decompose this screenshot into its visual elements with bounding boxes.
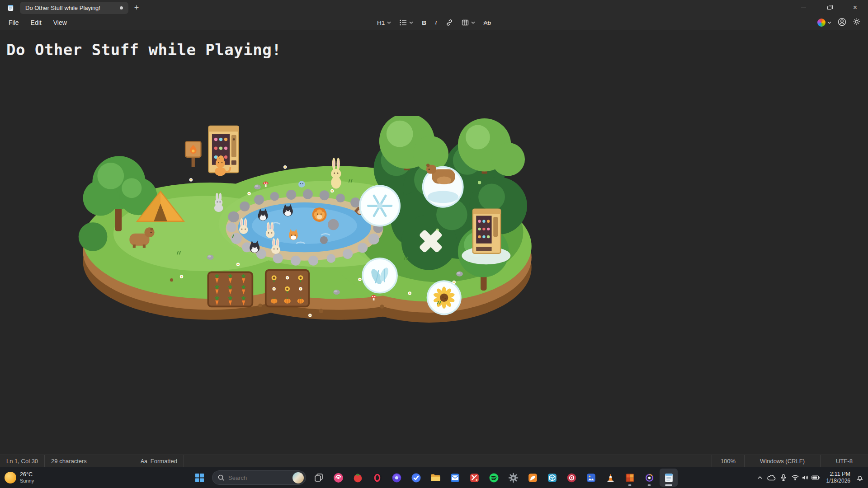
game-overlay[interactable] [72,116,537,338]
task-view-button[interactable] [310,469,328,487]
account-button[interactable] [838,18,846,28]
status-line-ending: Windows (CRLF) [744,455,820,467]
taskbar-icon-recorder[interactable] [640,469,658,487]
taskbar-center [190,469,678,487]
titlebar: Do Other Stuff while Playing! + × [0,0,868,15]
restore-icon [827,6,831,10]
cloud-icon [767,474,776,481]
campfire-sign [185,141,201,167]
start-button[interactable] [190,469,208,487]
taskbar-icon-purple-browser[interactable] [387,469,406,487]
status-char-count: 29 characters [45,455,134,467]
running-indicator [648,484,651,486]
bell-icon [856,474,863,481]
taskbar-icon-red-game[interactable] [465,469,483,487]
chevron-down-icon [827,21,831,24]
menu-view[interactable]: View [47,17,73,28]
bold-button[interactable]: B [418,17,430,28]
weather-widget[interactable]: 26°C Sunny [5,471,34,484]
copilot-icon [817,19,826,27]
system-tray: 2:11 PM 1/18/2026 [755,470,865,485]
running-indicator [628,484,632,486]
taskbar: 26°C Sunny [0,467,868,488]
heading-style-button[interactable]: H1 [373,17,395,28]
battery-icon [811,475,820,480]
bubble-leaf[interactable] [363,258,397,293]
status-cursor-position: Ln 1, Col 30 [0,455,45,467]
menu-bar: File Edit View H1 B I Ab [0,15,868,30]
taskbar-icon-settings-gear[interactable] [504,469,522,487]
document-heading[interactable]: Do Other Stuff while Playing! [0,31,868,59]
taskbar-icon-spotify[interactable] [485,469,503,487]
new-tab-button[interactable]: + [128,2,145,14]
bubble-sunflower[interactable] [427,281,461,314]
account-icon [838,18,846,26]
taskbar-icon-red-ring-game[interactable] [562,469,580,487]
taskbar-icon-mail[interactable] [446,469,464,487]
sun-icon [5,472,16,483]
taskbar-icon-opera-gx[interactable] [368,469,386,487]
taskbar-icon-teal-app[interactable] [543,469,561,487]
clear-formatting-button[interactable]: Ab [480,17,495,28]
menu-file[interactable]: File [3,17,25,28]
network-volume-battery-button[interactable] [789,473,822,483]
menu-edit[interactable]: Edit [25,17,47,28]
onedrive-button[interactable] [765,472,778,483]
volume-icon [802,475,808,480]
taskbar-icon-paint[interactable] [524,469,542,487]
format-toolbar: H1 B I Ab [373,15,495,30]
bunny-yellow[interactable] [331,158,341,189]
taskbar-icon-tomato-timer[interactable] [349,469,367,487]
gear-icon [853,18,861,26]
restore-button[interactable] [816,0,842,15]
bubble-snowflake[interactable] [360,186,400,225]
tab-title: Do Other Stuff while Playing! [25,5,100,11]
settings-button[interactable] [853,18,861,28]
close-button[interactable]: × [842,0,868,15]
italic-button[interactable]: I [431,17,441,28]
search-icon [218,474,225,481]
garden-plot-flowers[interactable] [266,270,309,307]
status-encoding: UTF-8 [820,455,868,467]
taskbar-icon-vlc[interactable] [601,469,619,487]
notification-center-button[interactable] [854,472,865,483]
taskbar-icon-pink-game[interactable] [329,469,347,487]
tray-chevron-button[interactable] [755,474,764,482]
unsaved-indicator-dot [120,6,123,9]
taskbar-icon-notepad[interactable] [660,469,678,487]
list-button[interactable] [396,17,417,28]
active-indicator [665,484,672,486]
table-button[interactable] [458,17,479,28]
taskbar-icon-pixel-game[interactable] [621,469,639,487]
search-box[interactable] [212,470,306,485]
document-tab[interactable]: Do Other Stuff while Playing! [20,2,128,14]
task-view-icon [314,473,323,482]
chevron-down-icon [387,21,391,24]
microphone-button[interactable] [779,472,788,483]
chevron-up-icon [757,476,763,479]
copilot-button[interactable] [817,19,831,27]
link-icon [446,19,453,26]
taskbar-icon-ticktick[interactable] [407,469,425,487]
taskbar-icon-file-explorer[interactable] [426,469,444,487]
search-input[interactable] [228,474,289,481]
link-button[interactable] [442,17,457,28]
bullet-list-icon [400,19,407,26]
taskbar-icon-photos[interactable] [582,469,600,487]
status-bar: Ln 1, Col 30 29 characters Aa Formatted … [0,455,868,467]
weather-condition: Sunny [20,478,34,484]
tray-time: 2:11 PM [826,470,850,478]
pet-island-scene [72,116,537,338]
lion-head [312,207,327,222]
weather-temp: 26°C [20,471,34,478]
garden-plot-carrots[interactable] [208,272,252,306]
status-formatted: Aa Formatted [134,455,184,467]
clock[interactable]: 2:11 PM 1/18/2026 [826,470,850,485]
windows-logo-icon [195,473,204,483]
window-controls: × [791,0,868,15]
minimize-icon [801,8,806,8]
microphone-icon [781,474,786,481]
status-zoom: 100% [712,455,744,467]
minimize-button[interactable] [791,0,816,15]
search-highlight-image[interactable] [292,472,304,483]
